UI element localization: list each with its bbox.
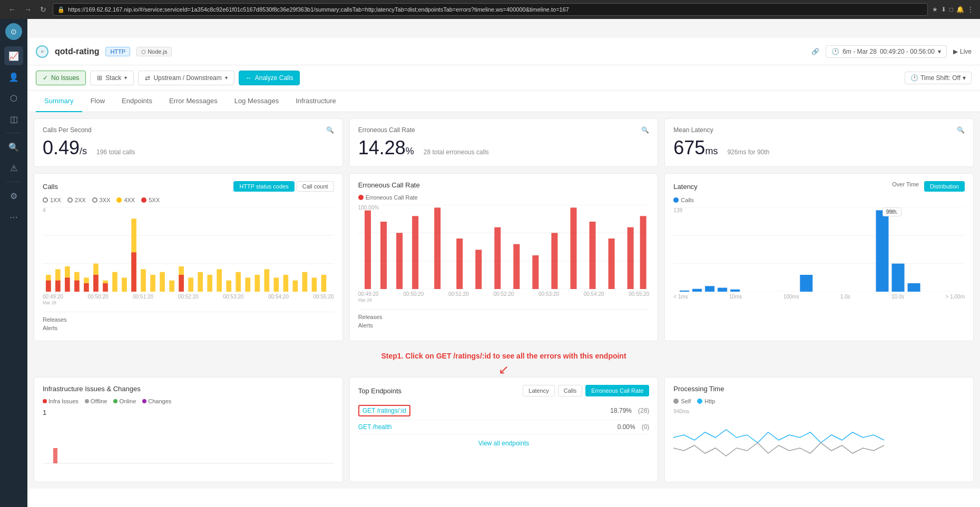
svg-rect-16 <box>160 272 165 292</box>
svg-rect-72 <box>800 275 813 292</box>
tab-endpoints[interactable]: Endpoints <box>113 91 161 112</box>
sidebar-item-services[interactable]: ⬡ <box>4 88 23 107</box>
erroneous-chart-card: Erroneous Call Rate Erroneous Call Rate … <box>349 173 659 341</box>
calls-chart-header: Calls HTTP status codes Call count <box>43 181 334 192</box>
ep-tab-latency[interactable]: Latency <box>523 385 555 396</box>
svg-rect-33 <box>321 275 327 292</box>
endpoint-count-2: (0) <box>642 423 650 431</box>
svg-rect-73 <box>876 210 889 292</box>
upstream-icon: ⇄ <box>145 74 150 82</box>
latency-chart-area: 139 99th. <box>673 207 965 292</box>
calls-per-second-value: 0.49/s 196 total calls <box>43 137 334 159</box>
percentile-tooltip: 99th. <box>883 207 901 216</box>
tab-error-messages[interactable]: Error Messages <box>161 91 226 112</box>
latency-chart-legend: Calls <box>673 197 965 203</box>
processing-time-title: Processing Time <box>673 385 965 393</box>
svg-rect-77 <box>53 448 57 463</box>
svg-rect-59 <box>589 222 595 289</box>
ep-tab-calls[interactable]: Calls <box>558 385 582 396</box>
svg-rect-22 <box>217 269 222 292</box>
step-annotation-container: Step1. Click on GET /ratings/:id to see … <box>34 347 974 377</box>
erroneous-chart-area: 100.00% <box>358 205 650 289</box>
magnify-icon-ecr[interactable]: 🔍 <box>641 126 649 134</box>
svg-rect-50 <box>412 216 418 289</box>
service-icon: ○ <box>36 45 48 58</box>
metrics-row: Calls Per Second 🔍 0.49/s 196 total call… <box>34 118 974 167</box>
sidebar-item-settings[interactable]: ⚙ <box>4 186 23 205</box>
svg-rect-54 <box>494 227 501 289</box>
endpoints-table: GET /ratings/:id 18.79% (28) GET /health… <box>358 402 650 434</box>
http-status-codes-btn[interactable]: HTTP status codes <box>233 181 294 192</box>
svg-rect-69 <box>705 286 714 292</box>
time-shift-button[interactable]: 🕐 Time Shift: Off ▾ <box>905 72 972 84</box>
svg-rect-12 <box>122 277 127 292</box>
latency-distribution-btn[interactable]: Distribution <box>924 181 965 192</box>
svg-rect-48 <box>380 222 387 289</box>
bottom-row: Infrastructure Issues & Changes Infra Is… <box>34 377 974 482</box>
http-legend: Http <box>697 398 715 404</box>
svg-rect-29 <box>283 275 289 292</box>
call-count-btn[interactable]: Call count <box>297 181 334 192</box>
tab-flow[interactable]: Flow <box>82 91 113 112</box>
svg-rect-24 <box>236 272 241 292</box>
tab-log-messages[interactable]: Log Messages <box>226 91 288 112</box>
endpoint-count-1: (28) <box>638 407 649 414</box>
step-arrow-icon: ↙ <box>34 362 974 377</box>
stack-button[interactable]: ⊞ Stack ▾ <box>90 71 134 85</box>
erroneous-alerts-link[interactable]: Alerts <box>358 322 650 329</box>
sidebar-item-search[interactable]: 🔍 <box>4 137 23 156</box>
sidebar-item-users[interactable]: 👤 <box>4 67 23 86</box>
reload-button[interactable]: ↻ <box>38 4 48 15</box>
sidebar-item-more[interactable]: ⋯ <box>4 207 23 226</box>
ep-tab-erroneous[interactable]: Erroneous Call Rate <box>585 385 649 396</box>
endpoint-ratings-id[interactable]: GET /ratings/:id <box>358 405 410 416</box>
sidebar-divider <box>6 133 22 133</box>
releases-link[interactable]: Releases <box>43 316 334 323</box>
mean-latency-value: 675ms 926ms for 90th <box>673 137 965 159</box>
calls-chart-svg <box>43 207 334 292</box>
sidebar-item-alerts[interactable]: ⚠ <box>4 158 23 177</box>
no-issues-button[interactable]: ✓ No Issues <box>36 71 86 85</box>
svg-rect-49 <box>396 233 403 289</box>
calls-chart-legend: 1XX 2XX 3XX 4XX 5XX <box>43 197 334 203</box>
svg-rect-15 <box>150 275 155 292</box>
alerts-link[interactable]: Alerts <box>43 325 334 331</box>
view-all-endpoints-link[interactable]: View all endpoints <box>358 434 650 452</box>
svg-rect-35 <box>55 281 61 292</box>
endpoint-row-2: GET /health 0.00% (0) <box>358 420 650 434</box>
endpoint-name-1[interactable]: GET /ratings/:id <box>358 405 611 416</box>
analyze-calls-button[interactable]: ↔ Analyze Calls <box>239 71 300 85</box>
svg-rect-11 <box>112 272 117 292</box>
back-button[interactable]: ← <box>6 4 18 15</box>
calls-chart-card: Calls HTTP status codes Call count 1XX 2… <box>34 173 343 341</box>
erroneous-releases-link[interactable]: Releases <box>358 314 650 320</box>
sidebar-logo[interactable]: ⊙ <box>5 23 22 40</box>
forward-button[interactable]: → <box>22 4 34 15</box>
latency-legend-dot <box>673 197 679 203</box>
upstream-downstream-button[interactable]: ⇄ Upstream / Downstream ▾ <box>138 71 234 85</box>
latency-chart-svg <box>673 207 965 292</box>
svg-rect-21 <box>207 275 212 292</box>
top-endpoints-card: Top Endpoints Latency Calls Erroneous Ca… <box>349 377 659 482</box>
svg-rect-57 <box>551 233 557 289</box>
main-content: ○ qotd-rating HTTP ⬡Node.js 🔗 🕐 6m - Mar… <box>27 38 980 507</box>
sidebar-item-analytics[interactable]: 📈 <box>4 46 23 65</box>
endpoint-name-2[interactable]: GET /health <box>358 423 618 431</box>
infra-offline-legend: Offline <box>85 398 107 404</box>
svg-rect-51 <box>434 207 440 289</box>
link-icon[interactable]: 🔗 <box>811 48 819 55</box>
sidebar-item-layers[interactable]: ◫ <box>4 110 23 128</box>
magnify-icon-cps[interactable]: 🔍 <box>326 126 334 134</box>
time-range-selector[interactable]: 🕐 6m - Mar 28 00:49:20 - 00:56:00 ▾ <box>826 45 947 58</box>
tab-infrastructure[interactable]: Infrastructure <box>287 91 345 112</box>
url-bar[interactable]: 🔒 https://169.62.62.167.nip.io/#/service… <box>53 3 928 16</box>
svg-rect-36 <box>65 277 70 292</box>
svg-rect-20 <box>198 272 203 292</box>
live-button[interactable]: ▶ Live <box>953 48 972 55</box>
svg-rect-61 <box>627 227 633 289</box>
erroneous-chart-header: Erroneous Call Rate <box>358 181 650 189</box>
svg-rect-27 <box>264 269 269 292</box>
play-icon: ▶ <box>953 48 958 55</box>
magnify-icon-ml[interactable]: 🔍 <box>957 126 965 134</box>
tab-summary[interactable]: Summary <box>36 91 82 112</box>
